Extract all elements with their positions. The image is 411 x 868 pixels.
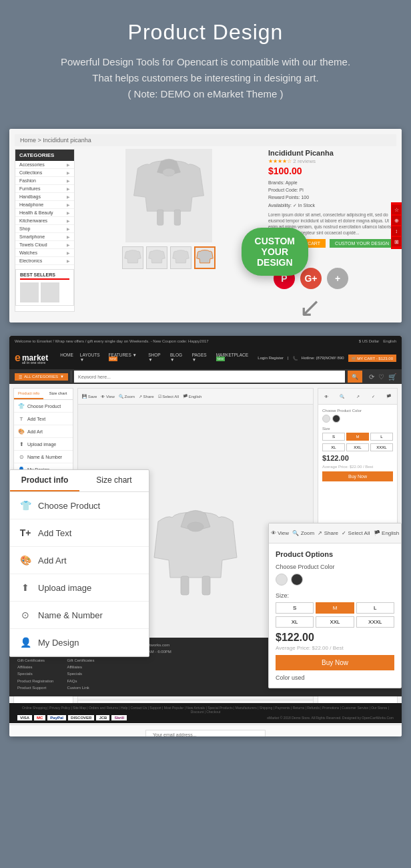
footer-bottom-links: Online Shopping | Privacy Policy | Site … — [17, 706, 394, 714]
rp-flag[interactable]: 🏴 — [386, 394, 391, 399]
color-swatch-light[interactable] — [322, 415, 330, 423]
cart-button[interactable]: 🛒 MY CART - $123.00 — [348, 355, 396, 362]
toolbar-language[interactable]: 🏴 English — [183, 394, 201, 399]
or-size-grid-xl: XL XXL XXXL — [276, 616, 394, 628]
cat-item-kitchenwares[interactable]: Kitchenwares▶ — [15, 217, 74, 225]
panel-add-text[interactable]: T Add Text — [14, 413, 73, 425]
or-color-swatches — [276, 574, 394, 586]
sidebar-icon-1[interactable]: ☆ — [392, 205, 401, 214]
sidebar-icon-4[interactable]: ⊞ — [392, 237, 401, 246]
cart-icon[interactable]: 🛒 — [388, 373, 396, 381]
right-panel-toolbar: 👁 🔍 ↗ ✓ 🏴 — [318, 389, 397, 405]
or-buy-button[interactable]: Buy Now — [276, 655, 394, 670]
search-input[interactable] — [74, 371, 345, 383]
overlay-name-number[interactable]: ⊙ Name & Number — [10, 602, 149, 629]
mastercard-icon: MC — [34, 715, 45, 720]
cat-item-towels[interactable]: Towels Cloud▶ — [15, 241, 74, 249]
all-categories-btn[interactable]: ☰ ALL CATEGORIES ▼ — [15, 373, 68, 381]
footer-bottom: Online Shopping | Privacy Policy | Site … — [9, 703, 402, 723]
emarket-logo[interactable]: e market all in one store — [15, 352, 48, 365]
thumb-left[interactable] — [170, 246, 191, 269]
or-size-xxxl[interactable]: XXXL — [356, 616, 394, 628]
or-price: $122.00 — [276, 632, 394, 644]
rp-share[interactable]: ↗ — [356, 394, 360, 399]
custom-design-popup: CUSTOM YOUR DESIGN P G+ + — [274, 264, 348, 289]
size-l[interactable]: L — [370, 433, 393, 441]
size-s[interactable]: S — [322, 433, 345, 441]
cat-item-accessories[interactable]: Accessories▶ — [15, 161, 74, 169]
or-size-xxl[interactable]: XXL — [316, 616, 354, 628]
overlay-panel-tabs: Product info Size chart — [10, 470, 149, 492]
tab-size-chart[interactable]: Size chart — [43, 389, 73, 399]
search-button[interactable]: 🔍 — [348, 371, 362, 383]
panel-choose-product[interactable]: 👕 Choose Product — [14, 400, 73, 413]
overlay-choose-product[interactable]: 👕 Choose Product — [10, 492, 149, 519]
heart-icon[interactable]: ♡ — [378, 373, 384, 381]
overlay-add-text[interactable]: T+ Add Text — [10, 519, 149, 547]
or-size-m[interactable]: M — [316, 602, 354, 614]
email-input[interactable] — [145, 730, 266, 736]
overlay-my-design[interactable]: 👤 My Design — [10, 629, 149, 656]
choose-color-label: Choose Product Color — [322, 409, 393, 413]
size-grid: S M L — [322, 433, 393, 441]
overlay-upload-image[interactable]: ⬆ Upload image — [10, 574, 149, 602]
cat-item-fashion[interactable]: Fashion▶ — [15, 177, 74, 185]
breadcrumb: Home > Incididunt picanha — [15, 134, 396, 146]
cat-item-watches[interactable]: Watches▶ — [15, 249, 74, 257]
orpt-flag[interactable]: 🏴 English — [374, 530, 399, 536]
thumb-back[interactable] — [146, 246, 167, 269]
cat-item-electronics[interactable]: Electronics▶ — [15, 257, 74, 265]
cat-item-headphone[interactable]: Headphone▶ — [15, 201, 74, 209]
or-size-xl[interactable]: XL — [276, 616, 314, 628]
cat-item-health[interactable]: Health & Beauty▶ — [15, 209, 74, 217]
rp-check[interactable]: ✓ — [372, 394, 375, 399]
orpt-check[interactable]: ✓ Select All — [342, 530, 370, 536]
cat-item-shop[interactable]: Shop▶ — [15, 225, 74, 233]
overlay-tab-size-chart[interactable]: Size chart — [79, 470, 149, 491]
rp-zoom[interactable]: 🔍 — [340, 394, 344, 399]
orpt-share[interactable]: ↗ Share — [318, 530, 338, 536]
panel-add-art[interactable]: 🎨 Add Art — [14, 425, 73, 438]
or-size-l[interactable]: L — [356, 602, 394, 614]
panel-name-number[interactable]: ⊙ Name & Number — [14, 451, 73, 463]
size-xxxl[interactable]: XXXL — [370, 443, 393, 451]
refresh-icon[interactable]: ⟳ — [369, 373, 374, 381]
custom-design-btn-small[interactable]: CUSTOM YOUR DESIGN — [330, 239, 394, 248]
best-sellers-header: BEST SELLERS — [20, 272, 69, 280]
panel-upload-image[interactable]: ⬆ Upload image — [14, 438, 73, 451]
or-size-s[interactable]: S — [276, 602, 314, 614]
size-m[interactable]: M — [346, 433, 369, 441]
color-swatch-dark[interactable] — [332, 415, 340, 423]
overlay-add-art[interactable]: 🎨 Add Art — [10, 547, 149, 574]
tab-product-info[interactable]: Product info — [14, 389, 43, 399]
thumb-selected[interactable] — [194, 246, 216, 269]
custom-design-label[interactable]: CUSTOM YOUR DESIGN — [242, 228, 308, 276]
buy-now-button[interactable]: Buy Now — [322, 471, 393, 481]
toolbar-zoom[interactable]: 🔍 Zoom — [119, 394, 135, 399]
thumb-front[interactable] — [122, 246, 143, 269]
plus-icon[interactable]: + — [327, 268, 348, 289]
size-label: Size — [322, 427, 393, 431]
overlay-number-icon: ⊙ — [19, 610, 31, 620]
cat-item-collections[interactable]: Collections▶ — [15, 169, 74, 177]
size-xl[interactable]: XL — [322, 443, 345, 451]
or-swatch-light[interactable] — [276, 574, 288, 586]
toolbar-select-all[interactable]: ☑ Select All — [158, 394, 179, 399]
cat-item-handbags[interactable]: Handbags▶ — [15, 193, 74, 201]
sidebar-icon-2[interactable]: ⊕ — [392, 216, 401, 225]
toolbar-share[interactable]: ↗ Share — [139, 394, 154, 399]
right-panel-content: Choose Product Color Size S M L XL XXL — [318, 405, 397, 485]
size-xxl[interactable]: XXL — [346, 443, 369, 451]
orpt-zoom[interactable]: 🔍 Zoom — [292, 530, 314, 536]
visa-icon: VISA — [17, 715, 32, 720]
toolbar-view[interactable]: 👁 View — [101, 395, 115, 399]
orpt-view[interactable]: 👁 View — [271, 530, 289, 536]
sidebar-icon-3[interactable]: ↕ — [392, 226, 401, 236]
toolbar-save[interactable]: 💾 Save — [82, 394, 97, 399]
cat-item-smartphone[interactable]: Smartphone▶ — [15, 233, 74, 241]
overlay-tab-product-info[interactable]: Product info — [10, 470, 79, 491]
or-swatch-dark[interactable] — [291, 574, 303, 586]
cat-item-furnitures[interactable]: Furnitures▶ — [15, 185, 74, 193]
gplus-icon[interactable]: G+ — [300, 268, 322, 289]
rp-view[interactable]: 👁 — [324, 395, 328, 399]
